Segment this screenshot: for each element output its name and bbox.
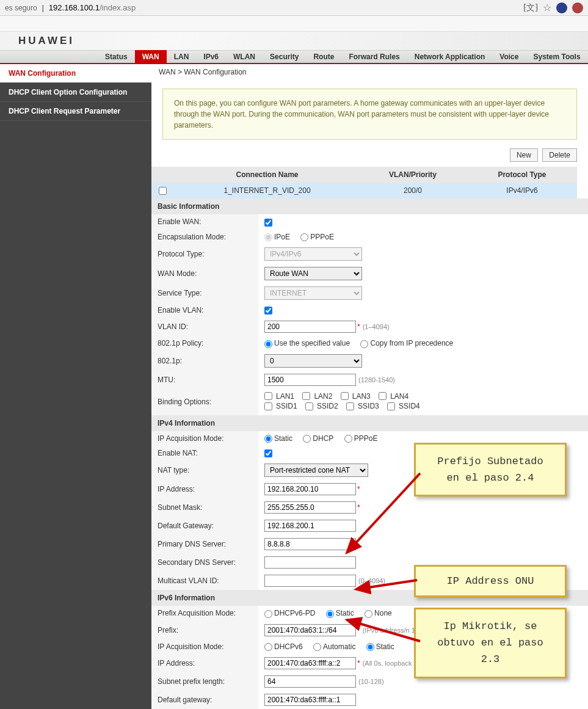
lan1-checkbox[interactable]: [264, 392, 272, 400]
url[interactable]: 192.168.100.1/index.asp: [49, 3, 136, 12]
policy-copy-radio[interactable]: [360, 340, 368, 348]
sidebar-item-dhcp-option[interactable]: DHCP Client Option Configuration: [0, 83, 151, 102]
nat-type-select[interactable]: Port-restricted cone NAT: [264, 464, 368, 477]
tab-system-tools[interactable]: System Tools: [526, 50, 587, 64]
sidebar-item-dhcp-request[interactable]: DHCP Client Request Parameter: [0, 102, 151, 121]
sidebar: WAN Configuration DHCP Client Option Con…: [0, 64, 151, 709]
label-encap: Encapsulation Mode:: [151, 230, 258, 244]
pdns-input[interactable]: [264, 538, 356, 550]
connection-table: Connection Name VLAN/Priority Protocol T…: [151, 167, 577, 198]
ssid1-checkbox[interactable]: [264, 402, 272, 410]
label-nat-type: NAT type:: [151, 460, 258, 480]
label-pdns: Primary DNS Server:: [151, 535, 258, 553]
translate-icon[interactable]: ⁅文⁆: [523, 2, 538, 13]
gw6-input[interactable]: [264, 694, 356, 706]
pfxacq-none-radio[interactable]: [365, 610, 372, 618]
lan3-checkbox[interactable]: [341, 392, 349, 400]
label-8021p-policy: 802.1p Policy:: [151, 336, 258, 351]
enable-wan-checkbox[interactable]: [264, 219, 272, 227]
encap-pppoe-radio[interactable]: [300, 233, 308, 241]
ssid3-checkbox[interactable]: [346, 402, 354, 410]
tab-status[interactable]: Status: [98, 50, 135, 64]
subnet-prefix-input[interactable]: [264, 675, 356, 688]
ip6acq-dhcpv6-radio[interactable]: [264, 643, 272, 651]
col-connection-name: Connection Name: [176, 167, 358, 183]
label-gateway: Default Gateway:: [151, 517, 258, 535]
label-prefix-acq: Prefix Acquisition Mode:: [151, 606, 258, 620]
ipacq-dhcp-radio[interactable]: [303, 435, 311, 443]
tab-network-application[interactable]: Network Application: [407, 50, 493, 64]
protocol-type-select[interactable]: IPv4/IPv6: [264, 247, 362, 261]
tab-lan[interactable]: LAN: [167, 50, 197, 64]
callout-mikrotik: Ip Mikrotik, se obtuvo en el paso 2.3: [414, 608, 567, 678]
pfxacq-static-radio[interactable]: [326, 610, 334, 618]
prefix-input[interactable]: [264, 624, 356, 636]
8021p-select[interactable]: 0: [264, 354, 362, 368]
ip6acq-auto-radio[interactable]: [313, 643, 321, 651]
policy-spec-radio[interactable]: [264, 340, 272, 348]
tab-ipv6[interactable]: IPv6: [196, 50, 226, 64]
logo: HUAWEI: [18, 35, 74, 47]
label-binding: Binding Options:: [151, 389, 258, 415]
star-icon[interactable]: ☆: [543, 2, 551, 13]
label-prefix: Prefix:: [151, 621, 258, 639]
mtu-input[interactable]: [264, 374, 356, 386]
label-sdns: Secondary DNS Server:: [151, 553, 258, 572]
tab-security[interactable]: Security: [263, 50, 306, 64]
ssid4-checkbox[interactable]: [387, 402, 395, 410]
tab-forward-rules[interactable]: Forward Rules: [341, 50, 407, 64]
browser-address-bar: es seguro | 192.168.100.1/index.asp ⁅文⁆ …: [0, 0, 588, 16]
ssid2-checkbox[interactable]: [305, 402, 313, 410]
wan-mode-select[interactable]: Route WAN: [264, 267, 362, 280]
section-ipv4: IPv4 Information: [151, 415, 588, 431]
label-ip6-acq: IP Acquisition Mode:: [151, 639, 258, 654]
col-vlan-priority: VLAN/Priority: [358, 167, 467, 183]
content: WAN > WAN Configuration On this page, yo…: [151, 64, 588, 709]
delete-button[interactable]: Delete: [542, 148, 577, 162]
row-checkbox[interactable]: [159, 187, 167, 195]
label-vlan-id: VLAN ID:: [151, 318, 258, 336]
label-gw6: Default gateway:: [151, 691, 258, 709]
ipacq-pppoe-radio[interactable]: [344, 435, 352, 443]
subnet-input[interactable]: [264, 501, 356, 514]
mvlan-input[interactable]: [264, 575, 356, 587]
lan4-checkbox[interactable]: [379, 392, 387, 400]
breadcrumb: WAN > WAN Configuration: [151, 64, 588, 80]
pfxacq-dhcpv6pd-radio[interactable]: [264, 610, 272, 618]
encap-ipoe-radio[interactable]: [264, 233, 272, 241]
sidebar-item-wan-config[interactable]: WAN Configuration: [0, 64, 151, 83]
sdns-input[interactable]: [264, 556, 356, 569]
tab-voice[interactable]: Voice: [492, 50, 526, 64]
callout-ip-onu: IP Address ONU: [414, 565, 567, 597]
col-protocol-type: Protocol Type: [467, 167, 577, 183]
ip-address-input[interactable]: [264, 483, 356, 495]
enable-nat-checkbox[interactable]: [264, 449, 272, 457]
new-button[interactable]: New: [510, 148, 538, 162]
callout-prefix: Prefijo Subnetado en el paso 2.4: [414, 443, 567, 496]
tab-wlan[interactable]: WLAN: [226, 50, 263, 64]
vlan-id-input[interactable]: [264, 321, 356, 333]
label-mvlan: Multicast VLAN ID:: [151, 572, 258, 590]
label-enable-nat: Enable NAT:: [151, 446, 258, 460]
lan2-checkbox[interactable]: [302, 392, 310, 400]
enable-vlan-checkbox[interactable]: [264, 307, 272, 315]
label-subnet-prefix: Subnet prefix length:: [151, 672, 258, 691]
extension-icon[interactable]: [556, 2, 567, 13]
ip6-address-input[interactable]: [264, 657, 356, 669]
connection-row[interactable]: 1_INTERNET_R_VID_200 200/0 IPv4/IPv6: [151, 183, 577, 198]
bookmarks-bar: [0, 16, 588, 32]
label-ip6-address: IP Address:: [151, 654, 258, 672]
label-ip-address: IP Address:: [151, 480, 258, 498]
extension-icon[interactable]: [572, 2, 583, 13]
ip6acq-static-radio[interactable]: [366, 643, 374, 651]
service-type-select[interactable]: INTERNET: [264, 286, 362, 300]
ipacq-static-radio[interactable]: [264, 435, 272, 443]
main-nav: Status WAN LAN IPv6 WLAN Security Route …: [0, 50, 588, 64]
tab-route[interactable]: Route: [306, 50, 341, 64]
gateway-input[interactable]: [264, 520, 356, 532]
label-protocol-type: Protocol Type:: [151, 244, 258, 264]
tab-wan[interactable]: WAN: [135, 50, 167, 64]
security-status: es seguro: [5, 4, 37, 12]
section-basic: Basic Information: [151, 198, 588, 214]
label-mtu: MTU:: [151, 371, 258, 389]
